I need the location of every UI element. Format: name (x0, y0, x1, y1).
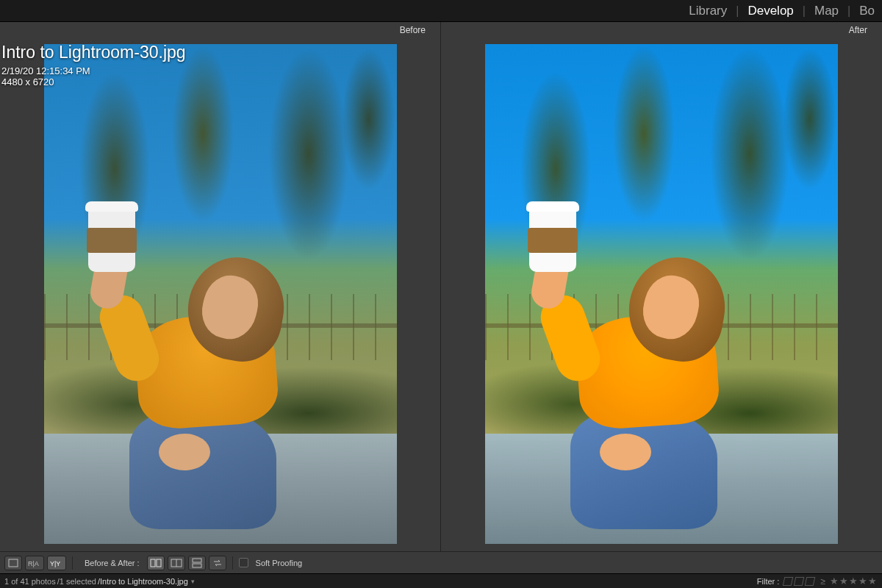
module-tab-develop[interactable]: Develop (745, 4, 796, 18)
before-after-view-button[interactable]: Y|Y (47, 556, 66, 570)
before-after-icon: Y|Y (50, 559, 63, 567)
before-pane[interactable]: Before Intro to Lightroom-30.jpg 2/19/20… (0, 22, 441, 551)
module-separator: | (730, 4, 745, 18)
loupe-view-button[interactable] (4, 556, 22, 570)
before-label: Before (385, 22, 440, 40)
metadata-timestamp: 2/19/20 12:15:34 PM (1, 65, 186, 76)
svg-rect-8 (193, 564, 201, 567)
breadcrumb-path[interactable]: /Intro to Lightroom-30.jpg (98, 577, 188, 586)
module-separator: | (842, 4, 856, 18)
selected-count: /1 selected (57, 577, 96, 586)
split-horizontal-icon (192, 558, 202, 568)
svg-text:Y|Y: Y|Y (50, 560, 60, 567)
status-bar: 1 of 41 photos /1 selected /Intro to Lig… (0, 573, 882, 588)
rating-filter-stars[interactable]: ★★★★★ (830, 576, 878, 587)
before-after-label: Before & After : (85, 559, 140, 567)
chevron-down-icon[interactable]: ▾ (191, 578, 195, 585)
flag-unflagged-icon[interactable] (794, 577, 805, 586)
after-photo[interactable] (485, 44, 838, 544)
svg-rect-0 (9, 559, 18, 567)
soft-proofing-checkbox[interactable] (239, 558, 248, 567)
metadata-filename: Intro to Lightroom-30.jpg (1, 43, 186, 62)
ba-layout-top-bottom-button[interactable] (188, 556, 206, 570)
swap-icon (212, 559, 223, 567)
module-tab-map[interactable]: Map (811, 4, 842, 18)
filter-label: Filter : (757, 577, 780, 586)
split-single-vertical-icon (171, 559, 182, 567)
module-picker: Library | Develop | Map | Bo (0, 0, 882, 22)
develop-toolbar: R|A Y|Y Before & After : Soft Proofing (0, 551, 882, 573)
reference-view-button[interactable]: R|A (25, 556, 44, 570)
photo-count: 1 of 41 photos (4, 577, 56, 586)
module-tab-library[interactable]: Library (686, 4, 730, 18)
toolbar-separator (232, 556, 233, 570)
flag-picked-icon[interactable] (783, 577, 794, 586)
svg-rect-7 (193, 559, 201, 562)
ba-layout-side-by-side-button[interactable] (147, 556, 165, 570)
soft-proofing-label: Soft Proofing (256, 559, 303, 567)
svg-rect-4 (157, 559, 161, 567)
split-vertical-icon (150, 559, 162, 567)
toolbar-separator (72, 556, 73, 570)
after-label: After (834, 22, 882, 40)
compare-view: Before Intro to Lightroom-30.jpg 2/19/20… (0, 22, 882, 551)
before-photo[interactable] (44, 44, 397, 544)
ba-layout-split-button[interactable] (168, 556, 185, 570)
loupe-icon (8, 559, 18, 567)
rating-operator[interactable]: ≥ (820, 576, 825, 587)
svg-rect-3 (151, 559, 155, 567)
after-pane[interactable]: After (441, 22, 882, 551)
module-tab-book[interactable]: Bo (856, 4, 878, 18)
flag-filter[interactable] (784, 577, 814, 586)
module-separator: | (797, 4, 811, 18)
svg-text:R|A: R|A (28, 560, 39, 567)
photo-metadata-overlay: Intro to Lightroom-30.jpg 2/19/20 12:15:… (1, 43, 186, 87)
metadata-dimensions: 4480 x 6720 (1, 76, 186, 87)
ba-swap-button[interactable] (209, 556, 226, 570)
flag-rejected-icon[interactable] (805, 577, 816, 586)
reference-icon: R|A (28, 559, 41, 567)
